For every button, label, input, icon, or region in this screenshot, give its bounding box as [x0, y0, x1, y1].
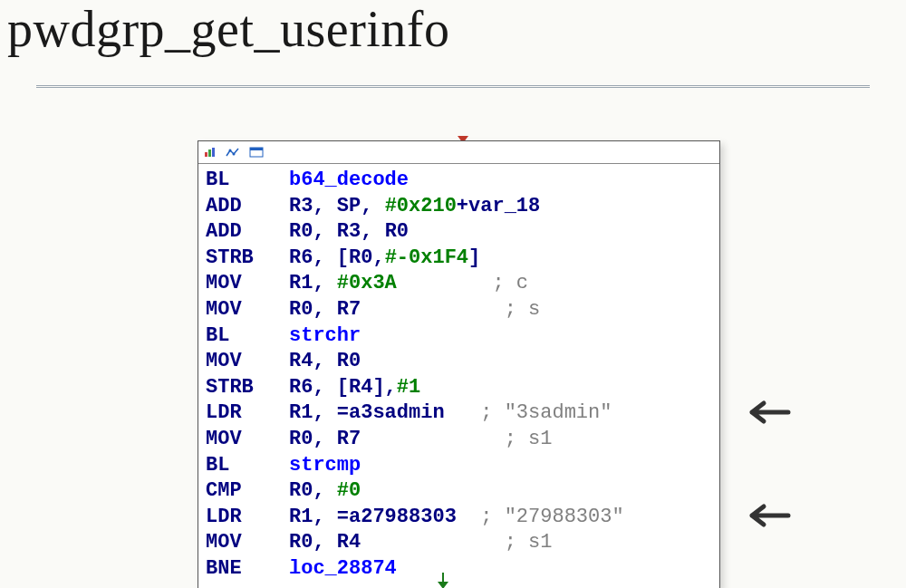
svg-rect-2: [212, 148, 215, 157]
bar-chart-icon: [204, 147, 217, 158]
svg-rect-0: [205, 152, 207, 157]
svg-point-3: [229, 149, 232, 152]
disassembly-panel: BLb64_decode ADDR3, SP, #0x210+var_18 AD…: [198, 140, 720, 588]
window-icon: [249, 147, 264, 158]
svg-rect-1: [208, 149, 211, 157]
panel-toolbar: [198, 141, 719, 164]
page-title: pwdgrp_get_userinfo: [0, 0, 906, 58]
annotation-arrow: [738, 497, 793, 534]
divider: [36, 85, 870, 88]
disassembly-listing: BLb64_decode ADDR3, SP, #0x210+var_18 AD…: [198, 164, 719, 588]
annotation-arrow: [738, 394, 793, 430]
bottom-arrow-marker: [442, 573, 444, 585]
svg-point-4: [233, 153, 236, 156]
graph-icon: [226, 147, 240, 158]
svg-rect-6: [250, 148, 263, 150]
